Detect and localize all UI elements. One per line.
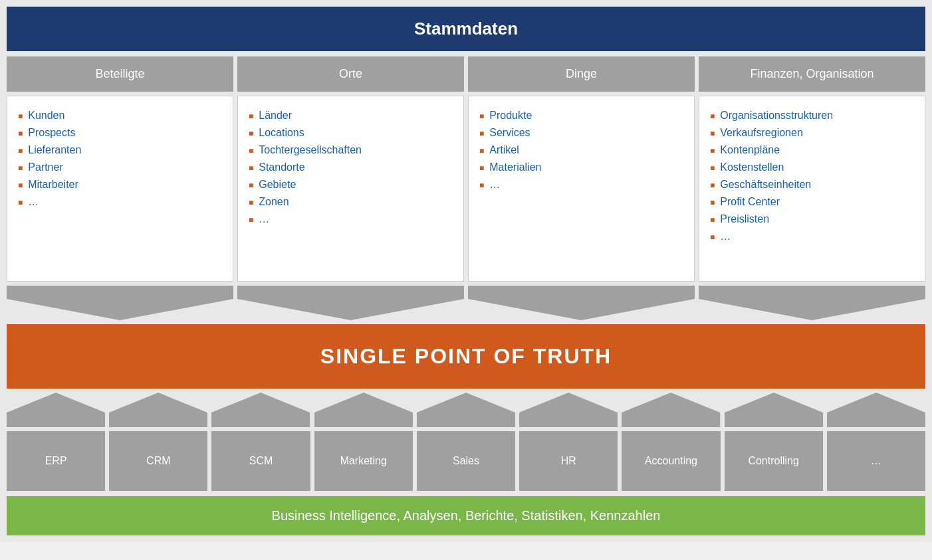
list-item: Prospects [18,127,222,139]
list-item: Kontenpläne [710,144,914,156]
spot-label: SINGLE POINT OF TRUTH [320,344,612,368]
arrow-up-cell [314,393,413,430]
svg-marker-1 [237,286,464,320]
svg-marker-5 [109,393,207,427]
list-item: Zonen [249,196,453,208]
bi-bar: Business Intelligence, Analysen, Bericht… [7,496,925,535]
list-dinge: Produkte Services Artikel Materialien … [479,110,683,191]
svg-marker-8 [417,393,515,427]
list-item: Partner [18,161,222,173]
content-boxes: Kunden Prospects Lieferanten Partner Mit… [7,96,925,282]
arrow-cell-2 [237,286,464,320]
list-item: Tochtergesell­schaften [249,144,453,156]
arrow-up-cell [417,393,515,430]
arrow-up-cell [519,393,618,430]
column-headers: Beteiligte Orte Dinge Finanzen, Organisa… [7,56,925,92]
col-header-orte: Orte [237,56,464,92]
main-wrapper: Stammdaten Beteiligte Orte Dinge Finanze… [0,0,932,542]
list-item: Locations [249,127,453,139]
svg-marker-9 [519,393,618,427]
col-header-dinge: Dinge [468,56,695,92]
system-box-more: … [827,431,925,491]
bi-label: Business Intelligence, Analysen, Bericht… [272,508,661,523]
list-item: Profit Center [710,196,914,208]
arrow-up-cell [109,393,207,430]
arrows-up-row [7,393,925,427]
system-box-crm: CRM [109,431,207,491]
svg-marker-10 [622,393,720,427]
arrows-down-row [7,286,925,320]
list-item: … [479,179,683,191]
svg-marker-6 [211,393,310,427]
system-box-erp: ERP [7,431,105,491]
content-box-orte: Länder Locations Tochtergesell­schaften … [237,96,464,282]
arrow-cell-4 [699,286,925,320]
list-item: Organisations­strukturen [710,110,914,122]
arrow-cell-3 [468,286,695,320]
arrow-cell-1 [7,286,233,320]
system-box-accounting: Accounting [622,431,720,491]
list-item: … [18,196,222,208]
list-item: Produkte [479,110,683,122]
list-item: Artikel [479,144,683,156]
system-box-scm: SCM [211,431,310,491]
list-item: Standorte [249,161,453,173]
col-header-beteiligte: Beteiligte [7,56,233,92]
stammdaten-bar: Stammdaten [7,7,925,51]
svg-marker-7 [314,393,413,427]
list-item: Preislisten [710,213,914,225]
svg-marker-12 [827,393,925,427]
arrow-up-cell [725,393,823,430]
svg-marker-3 [699,286,925,320]
content-box-dinge: Produkte Services Artikel Materialien … [468,96,695,282]
stammdaten-title: Stammdaten [414,19,518,39]
list-item: … [710,231,914,242]
arrow-up-cell [7,393,105,430]
list-item: Gebiete [249,179,453,191]
list-item: Mitarbeiter [18,179,222,191]
list-item: Kunden [18,110,222,122]
arrow-up-cell [827,393,925,430]
list-item: Services [479,127,683,139]
list-orte: Länder Locations Tochtergesell­schaften … [249,110,453,225]
system-boxes: ERP CRM SCM Marketing Sales HR Accountin… [7,431,925,491]
list-item: Materialien [479,161,683,173]
col-header-finanzen: Finanzen, Organisation [699,56,925,92]
svg-marker-4 [7,393,105,427]
svg-marker-0 [7,286,233,320]
list-item: Lieferanten [18,144,222,156]
content-box-beteiligte: Kunden Prospects Lieferanten Partner Mit… [7,96,233,282]
svg-marker-2 [468,286,695,320]
spot-bar: SINGLE POINT OF TRUTH [7,324,925,389]
list-beteiligte: Kunden Prospects Lieferanten Partner Mit… [18,110,222,208]
arrow-up-cell [622,393,720,430]
list-item: … [249,213,453,225]
arrow-up-cell [211,393,310,430]
content-box-finanzen: Organisations­strukturen Verkaufsregione… [699,96,925,282]
system-box-controlling: Controlling [725,431,823,491]
list-item: Kostenstellen [710,161,914,173]
system-box-sales: Sales [417,431,515,491]
list-finanzen: Organisations­strukturen Verkaufsregione… [710,110,914,242]
system-box-hr: HR [519,431,618,491]
list-item: Verkaufsregionen [710,127,914,139]
svg-marker-11 [725,393,823,427]
list-item: Geschäftseinheiten [710,179,914,191]
list-item: Länder [249,110,453,122]
system-box-marketing: Marketing [314,431,413,491]
